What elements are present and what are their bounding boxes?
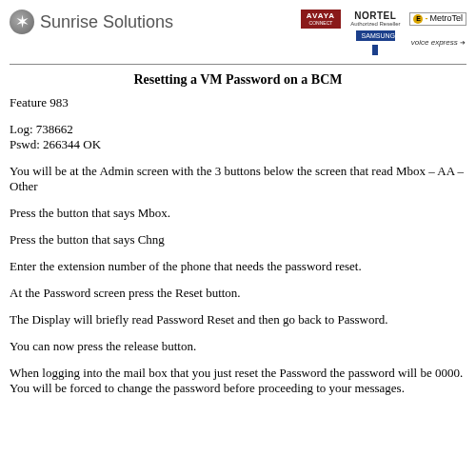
feature-line: Feature 983 bbox=[10, 95, 466, 110]
instruction-7: You can now press the release button. bbox=[10, 339, 466, 354]
instruction-6: The Display will briefly read Password R… bbox=[10, 312, 466, 327]
brand-name: Sunrise Solutions bbox=[40, 12, 173, 32]
instruction-2: Press the button that says Mbox. bbox=[10, 206, 466, 221]
avaya-logo-icon: AVAYACONNECT bbox=[301, 10, 341, 29]
brand: Sunrise Solutions bbox=[10, 10, 173, 34]
login-block: Log: 738662 Pswd: 266344 OK bbox=[10, 122, 466, 152]
page-title: Resetting a VM Password on a BCM bbox=[10, 72, 466, 88]
voice-express-logo-icon: voice express bbox=[409, 39, 466, 48]
instruction-4: Enter the extension number of the phone … bbox=[10, 259, 466, 274]
samsung-logo-icon: SAMSUNGPrestige Dealer bbox=[350, 32, 400, 54]
instruction-8: When logging into the mail box that you … bbox=[10, 366, 466, 396]
emetrotel-logo-icon: E-MetroTel bbox=[409, 12, 466, 26]
brand-logo-icon bbox=[10, 10, 34, 34]
log-line: Log: 738662 bbox=[10, 122, 466, 137]
nortel-logo-icon: NORTEL Authorized Reseller bbox=[350, 10, 400, 28]
pswd-line: Pswd: 266344 OK bbox=[10, 137, 466, 152]
instruction-3: Press the button that says Chng bbox=[10, 232, 466, 248]
partner-logos: AVAYACONNECT NORTEL Authorized Reseller … bbox=[301, 10, 466, 54]
header: Sunrise Solutions AVAYACONNECT NORTEL Au… bbox=[10, 10, 466, 60]
divider bbox=[10, 64, 466, 65]
instruction-5: At the Password screen press the Reset b… bbox=[10, 286, 466, 301]
instruction-1: You will be at the Admin screen with the… bbox=[10, 164, 466, 194]
